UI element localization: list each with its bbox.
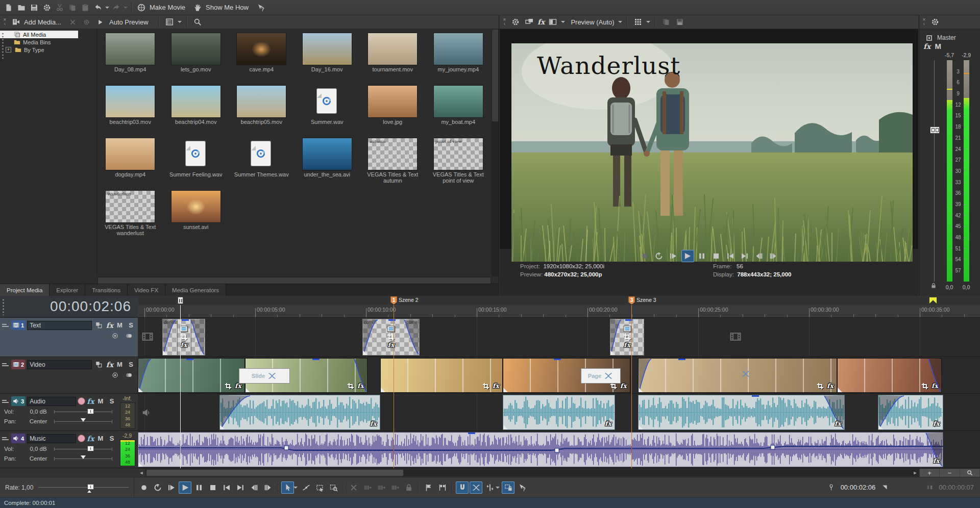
previous-frame-button[interactable] — [248, 481, 260, 494]
go-to-end-button[interactable] — [739, 250, 751, 262]
post-edit-ripple-affected-button[interactable] — [361, 481, 374, 494]
copy-button[interactable] — [67, 2, 78, 13]
panel-dock-controls[interactable]: ×‹ — [502, 18, 507, 26]
media-item[interactable]: beachtrip05.mov — [229, 86, 295, 138]
preview-monitor[interactable]: Wanderlust — [511, 43, 913, 262]
cursor-time-value[interactable]: 00:00:02:06 — [841, 484, 876, 491]
pan-crop-icon[interactable] — [623, 334, 632, 341]
scroll-left-button[interactable]: ◄ — [138, 469, 145, 476]
event-fx-icon[interactable]: fx — [827, 383, 834, 389]
media-item[interactable]: WanderlustVEGAS Titles & Text wanderlust — [97, 191, 163, 243]
media-item[interactable]: lets_go.mov — [163, 33, 229, 86]
playhead-handle[interactable] — [178, 297, 183, 304]
title-event[interactable]: derlustfx — [162, 319, 205, 355]
selection-length-value[interactable]: 00:00:00:07 — [939, 484, 974, 491]
go-to-start-button[interactable] — [220, 481, 233, 494]
split-screen-dropdown[interactable] — [561, 21, 565, 23]
event-fx-icon[interactable]: fx — [624, 342, 630, 348]
zoom-in-button[interactable]: + — [920, 469, 940, 477]
mute-button[interactable]: M — [96, 397, 106, 405]
track-header-audio[interactable]: 3AudiofxMS-Inf.12243648Vol:0,0 dBPan:Cen… — [0, 394, 138, 431]
cursor-timecode[interactable]: 00:00:02:06 — [50, 298, 131, 315]
media-item[interactable]: under_the_sea.avi — [295, 138, 360, 191]
quantize-to-frames-button[interactable] — [483, 481, 496, 494]
play-button[interactable] — [681, 250, 694, 262]
pan-crop-icon[interactable] — [386, 334, 396, 341]
master-mute-button[interactable]: M — [935, 42, 941, 50]
volume-slider[interactable] — [54, 408, 112, 415]
solo-button[interactable]: S — [126, 321, 136, 329]
loop-end-marker[interactable] — [929, 297, 937, 303]
play-from-start-button[interactable] — [165, 481, 178, 494]
scroll-right-button[interactable]: ► — [912, 469, 919, 476]
event-fx-icon[interactable]: fx — [493, 383, 499, 389]
track-name-input[interactable]: Text — [27, 321, 92, 330]
add-media-icon[interactable] — [10, 16, 21, 28]
media-item[interactable]: Day_08.mp4 — [97, 33, 163, 86]
go-to-start-button[interactable] — [724, 250, 737, 262]
track-fx-button[interactable]: fx — [87, 435, 94, 443]
video-event[interactable]: fx — [380, 358, 503, 393]
zoom-tool-button[interactable] — [960, 469, 980, 477]
timeline-drag-handle[interactable] — [2, 298, 5, 315]
pause-button[interactable] — [696, 250, 708, 262]
minimize-track-button[interactable] — [2, 398, 10, 404]
envelope-edit-tool-button[interactable] — [300, 481, 312, 494]
volume-slider[interactable] — [54, 445, 112, 452]
generated-media-icon[interactable] — [386, 325, 396, 333]
insert-marker-button[interactable] — [422, 481, 435, 494]
insert-region-button[interactable] — [436, 481, 449, 494]
audio-event[interactable]: fx — [219, 395, 380, 430]
track-motion-button[interactable] — [93, 320, 105, 331]
media-item[interactable]: Day_16.mov — [295, 33, 360, 86]
tab-explorer[interactable]: Explorer — [50, 284, 85, 296]
undo-dropdown[interactable] — [105, 7, 109, 9]
stop-button[interactable] — [710, 250, 723, 262]
whats-this-help-button[interactable]: ? — [516, 481, 528, 494]
track-motion-button[interactable] — [93, 359, 105, 370]
preview-quality-selector[interactable]: Preview (Auto) — [571, 18, 614, 26]
automatic-crossfades-button[interactable] — [470, 481, 482, 494]
video-event[interactable]: fx — [138, 358, 245, 393]
record-arm-button[interactable] — [78, 397, 85, 405]
panel-dock-controls[interactable]: ×‹ — [921, 18, 927, 26]
event-fx-icon[interactable]: fx — [357, 383, 364, 389]
media-item[interactable]: sunset.avi — [163, 191, 229, 243]
timeline-marker[interactable]: 3 — [628, 296, 635, 304]
add-media-button[interactable]: Add Media... — [24, 18, 61, 26]
media-item[interactable]: love.jpg — [360, 86, 426, 138]
media-item[interactable]: cave.mp4 — [229, 33, 295, 86]
pan-crop-icon[interactable] — [482, 382, 491, 390]
previous-frame-button[interactable] — [753, 250, 766, 262]
minimize-track-button[interactable] — [2, 322, 10, 328]
event-fx-icon[interactable]: fx — [932, 383, 938, 389]
split-screen-button[interactable] — [547, 16, 558, 28]
views-dropdown[interactable] — [178, 21, 182, 23]
views-button[interactable] — [164, 16, 175, 28]
copy-snapshot-button[interactable] — [660, 16, 672, 28]
media-item[interactable]: my_boat.mp4 — [426, 86, 492, 138]
media-item[interactable]: Summer.wav — [295, 86, 360, 138]
preview-properties-button[interactable] — [510, 16, 521, 28]
redo-button[interactable] — [111, 2, 122, 13]
compositing-mode-button[interactable] — [109, 369, 120, 380]
timeline-marker[interactable]: 1 — [390, 296, 397, 304]
project-properties-button[interactable] — [41, 2, 53, 13]
mute-button[interactable]: M — [115, 321, 125, 329]
open-project-button[interactable] — [16, 2, 27, 13]
pan-slider[interactable] — [54, 455, 112, 462]
enable-snapping-button[interactable] — [456, 481, 469, 494]
track-fx-button[interactable]: fx — [87, 397, 94, 405]
new-project-button[interactable] — [3, 2, 14, 13]
master-fader-handle[interactable] — [930, 126, 940, 134]
media-item[interactable]: Summer Feeling.wav — [163, 138, 229, 191]
zoom-edit-tool-button[interactable] — [327, 481, 340, 494]
loop-playback-button[interactable] — [151, 481, 164, 494]
auto-preview-button[interactable]: Auto Preview — [109, 18, 149, 26]
media-item[interactable]: beachtrip03.mov — [97, 86, 163, 138]
title-event[interactable]: comcomefx — [362, 319, 420, 355]
solo-button[interactable]: S — [107, 397, 117, 405]
pan-crop-icon[interactable] — [921, 382, 929, 390]
track-header-text[interactable]: 1TextfxMS — [0, 318, 138, 357]
transition-event[interactable]: Page — [581, 368, 621, 384]
